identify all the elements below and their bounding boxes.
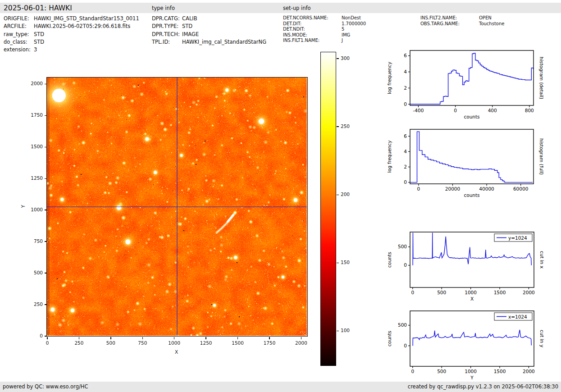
plot-x-label: X bbox=[470, 296, 474, 301]
x-tick-label: 800 bbox=[525, 108, 534, 113]
x-tick-label: 1500 bbox=[494, 290, 506, 295]
y-tick-label: 0 bbox=[404, 179, 407, 185]
series-line bbox=[410, 132, 533, 182]
info-label: INS.FILT2.NAME: bbox=[420, 15, 457, 20]
y-tick-label: 6 bbox=[404, 133, 407, 139]
info-value: HAWKI.2025-06-02T05:29:06.618.fits bbox=[34, 23, 130, 29]
info-label: do_class: bbox=[4, 39, 27, 45]
info-label: ARCFILE: bbox=[4, 23, 27, 29]
plot-right-title: cut in y bbox=[539, 330, 545, 347]
x-tick-label: 500 bbox=[437, 369, 446, 374]
plot-y-label: log frequency bbox=[387, 62, 392, 94]
y-tick bbox=[45, 84, 47, 85]
y-tick-label: 0 bbox=[404, 101, 407, 107]
setup-info-heading: set-up info bbox=[283, 5, 311, 11]
x-tick-label: 1000 bbox=[465, 369, 477, 374]
colorbar-tick-label: 200 bbox=[341, 191, 350, 197]
x-tick-label: 0 bbox=[411, 369, 414, 374]
info-value: OPEN bbox=[479, 15, 492, 20]
colorbar-tick-label: 300 bbox=[341, 55, 350, 61]
info-value: IMG bbox=[342, 32, 350, 37]
x-tick bbox=[79, 337, 80, 339]
info-label: DPR.TYPE: bbox=[152, 23, 178, 29]
x-tick-label: 1500 bbox=[494, 369, 506, 374]
info-label: DET.NDIT: bbox=[283, 27, 305, 32]
y-tick-label: 2000 bbox=[26, 81, 43, 86]
y-tick-label: 500 bbox=[398, 244, 407, 249]
info-label: DET.DIT: bbox=[283, 21, 301, 26]
x-tick bbox=[269, 337, 270, 339]
info-value: CALIB bbox=[182, 15, 197, 22]
y-tick-label: 1500 bbox=[26, 144, 43, 149]
colorbar-tick bbox=[337, 263, 339, 264]
x-tick-label: 20000 bbox=[445, 186, 460, 191]
legend-label: y=1024 bbox=[508, 235, 527, 241]
y-tick-label: 500 bbox=[26, 270, 43, 275]
x-tick-label: 2000 bbox=[292, 340, 310, 346]
plot-cut-in-y: 05001000150020000500Ycountscut in yx=102… bbox=[385, 307, 559, 391]
x-tick-label: 250 bbox=[70, 340, 88, 346]
page-title: 2025-06-01: HAWKI bbox=[4, 4, 72, 12]
info-value: HAWKI_IMG_STD_StandardStar153_0011 bbox=[34, 15, 139, 22]
x-tick-label: 2000 bbox=[523, 290, 535, 295]
colorbar bbox=[320, 52, 336, 366]
plot-right-title: histogram (detail) bbox=[539, 57, 544, 99]
colorbar-tick-label: 100 bbox=[341, 328, 350, 333]
y-tick bbox=[45, 178, 47, 179]
info-label: INS.MODE: bbox=[283, 32, 307, 37]
info-label: INS.FILT1.NAME: bbox=[283, 38, 319, 43]
x-tick bbox=[110, 337, 111, 339]
plot-x-label: Y bbox=[470, 375, 474, 380]
x-tick-label: 60000 bbox=[513, 186, 528, 191]
x-tick-label: 500 bbox=[437, 290, 446, 295]
colorbar-tick bbox=[337, 331, 339, 332]
colorbar-tick bbox=[337, 126, 339, 127]
x-tick bbox=[174, 337, 175, 339]
y-tick-label: 250 bbox=[26, 301, 43, 307]
y-tick-label: 6 bbox=[404, 53, 407, 58]
y-tick bbox=[45, 210, 47, 210]
y-tick bbox=[45, 273, 47, 273]
series-line bbox=[410, 53, 534, 104]
info-value: 5 bbox=[342, 27, 344, 32]
series-line bbox=[413, 330, 531, 346]
y-tick-label: 1250 bbox=[26, 175, 43, 181]
y-tick-label: 1750 bbox=[26, 112, 43, 118]
x-tick-label: 1750 bbox=[260, 340, 278, 346]
plot-histogram-full: 02000040000600000246countslog frequencyh… bbox=[385, 125, 559, 207]
x-tick-label: 0 bbox=[38, 340, 56, 346]
info-value: STD bbox=[34, 39, 44, 45]
x-tick bbox=[205, 337, 206, 339]
info-label: DPR.TECH: bbox=[152, 31, 180, 37]
x-tick-label: 500 bbox=[102, 340, 120, 346]
y-tick bbox=[45, 304, 47, 305]
colorbar-tick bbox=[337, 58, 339, 59]
info-label: raw_type: bbox=[4, 31, 29, 37]
info-label: DPR.CATG: bbox=[152, 15, 180, 22]
main-image-frame bbox=[46, 77, 308, 337]
y-tick-label: 500 bbox=[398, 322, 407, 328]
y-tick-label: 2 bbox=[404, 164, 407, 169]
x-tick-label: 2000 bbox=[523, 369, 535, 374]
x-tick-label: 1000 bbox=[165, 340, 183, 346]
y-tick-label: 1000 bbox=[26, 207, 43, 212]
info-label: DET.NCORRS.NAME: bbox=[283, 15, 328, 20]
info-label: OBS.TARG.NAME: bbox=[420, 21, 460, 26]
y-tick-label: 750 bbox=[26, 238, 43, 244]
info-value: STD bbox=[34, 31, 44, 37]
x-tick-label: -400 bbox=[413, 108, 424, 113]
info-value: 3 bbox=[34, 46, 37, 53]
y-tick bbox=[45, 147, 47, 148]
info-label: ORIGFILE: bbox=[4, 15, 29, 22]
plot-cut-in-x: 05001000150020000500Xcountscut in xy=102… bbox=[385, 228, 559, 312]
qc-report-page: { "header": { "title": "2025-06-01: HAWK… bbox=[0, 0, 561, 392]
colorbar-tick-label: 250 bbox=[341, 123, 350, 129]
y-tick-label: 2 bbox=[404, 85, 407, 91]
header-strip bbox=[0, 3, 561, 13]
plot-right-title: histogram (full) bbox=[539, 138, 544, 175]
plot-y-label: log frequency bbox=[387, 140, 392, 173]
footer-created-by: created by qc_rawdisp.py v1.2.3 on 2025-… bbox=[408, 383, 558, 390]
x-tick bbox=[47, 337, 48, 339]
x-tick-label: 40000 bbox=[479, 186, 494, 191]
x-tick-label: 1250 bbox=[197, 340, 215, 346]
